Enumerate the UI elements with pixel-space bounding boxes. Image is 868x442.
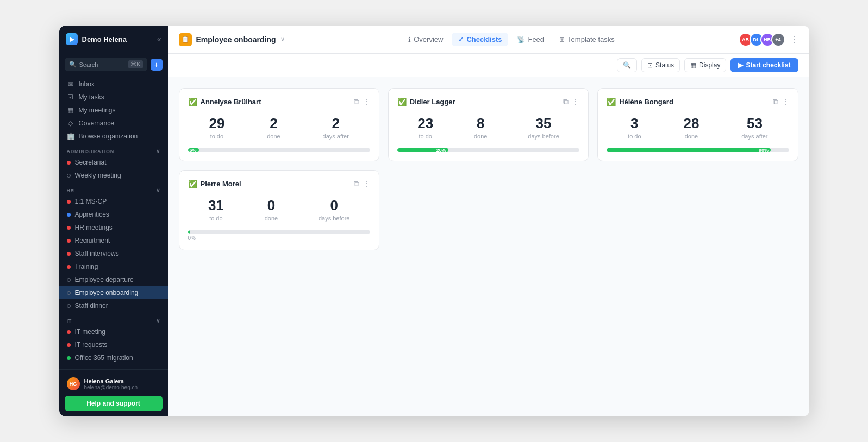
section-chevron[interactable]: ∨ — [156, 148, 160, 154]
copy-icon[interactable]: ⧉ — [773, 97, 778, 106]
more-icon[interactable]: ⋮ — [782, 97, 789, 106]
checklist-card-4: ✅ Pierre Morel ⧉ ⋮ 31 to do — [179, 170, 379, 250]
topbar-right: AB DL HB +4 ⋮ — [739, 33, 798, 47]
stat-days: 2 days after — [323, 115, 349, 140]
card-stats-4: 31 to do 0 done 0 days before — [188, 197, 370, 222]
sidebar-item-browse[interactable]: 🏢 Browse organization — [59, 130, 168, 143]
start-checklist-button[interactable]: ▶ Start checklist — [730, 58, 798, 72]
sidebar-item-1on1[interactable]: 1:1 MS-CP — [59, 195, 168, 208]
add-button[interactable]: + — [151, 59, 163, 71]
sidebar-item-recruitment[interactable]: Recruitment — [59, 234, 168, 247]
sidebar-item-itrequests[interactable]: IT requests — [59, 338, 168, 351]
tab-checklists[interactable]: ✓ Checklists — [452, 33, 508, 46]
more-options-icon[interactable]: ⋮ — [790, 34, 798, 45]
sidebar-item-label: IT meeting — [75, 328, 105, 336]
done-number: 2 — [267, 115, 280, 132]
more-icon[interactable]: ⋮ — [363, 97, 370, 106]
progress-fill-1: 6% — [188, 148, 199, 152]
sidebar-item-apprentices[interactable]: Apprentices — [59, 208, 168, 221]
check-icon: ✅ — [607, 98, 616, 106]
card-stats-1: 29 to do 2 done 2 days after — [188, 115, 370, 140]
stat-days: 0 days before — [319, 197, 349, 222]
search-placeholder: Search — [79, 61, 98, 68]
stat-done: 28 done — [683, 115, 699, 140]
display-button[interactable]: ▦ Display — [684, 58, 726, 72]
section-label: IT — [67, 318, 72, 324]
sidebar-item-governance[interactable]: ◇ Governance — [59, 117, 168, 130]
tab-label: Overview — [414, 35, 443, 43]
sidebar-item-hrmeetings[interactable]: HR meetings — [59, 221, 168, 234]
dropdown-arrow-icon[interactable]: ∨ — [280, 36, 285, 43]
copy-icon[interactable]: ⧉ — [354, 179, 359, 188]
sidebar-item-staffinterviews[interactable]: Staff interviews — [59, 247, 168, 260]
sidebar-item-weeklymeeting[interactable]: Weekly meeting — [59, 169, 168, 182]
status-label: Status — [655, 61, 674, 69]
dot-blue — [67, 213, 71, 217]
todo-number: 3 — [628, 115, 641, 132]
start-label: Start checklist — [746, 61, 790, 69]
more-icon[interactable]: ⋮ — [363, 179, 370, 188]
done-number: 28 — [683, 115, 699, 132]
section-chevron[interactable]: ∨ — [156, 318, 160, 324]
card-title-row: ✅ Pierre Morel — [188, 180, 241, 188]
tab-overview[interactable]: ℹ Overview — [402, 33, 449, 46]
sidebar-item-employeeonboarding[interactable]: Employee onboarding — [59, 286, 168, 299]
days-number: 35 — [528, 115, 559, 132]
tab-template-tasks[interactable]: ⊞ Template tasks — [553, 33, 621, 46]
main-content: 📋 Employee onboarding ∨ ℹ Overview ✓ Che… — [168, 26, 809, 416]
sidebar-item-inbox[interactable]: ✉ Inbox — [59, 78, 168, 91]
sidebar-item-training[interactable]: Training — [59, 260, 168, 273]
card-header-4: ✅ Pierre Morel ⧉ ⋮ — [188, 179, 370, 188]
sidebar-item-label: IT requests — [75, 341, 108, 349]
done-label: done — [267, 133, 280, 140]
section-label: HR — [67, 188, 74, 193]
progress-bar-4 — [188, 230, 370, 234]
logo-icon: ▶ — [66, 33, 78, 45]
dot-red — [67, 330, 71, 334]
user-row: HG Helena Galera helena@demo-heg.ch — [65, 375, 163, 393]
sidebar-item-itmeeting[interactable]: IT meeting — [59, 325, 168, 338]
sidebar-item-label: Employee departure — [75, 276, 134, 283]
sidebar-item-mytasks[interactable]: ☑ My tasks — [59, 91, 168, 104]
status-icon: ⊡ — [647, 61, 653, 69]
sidebar-item-employeedeparture[interactable]: Employee departure — [59, 273, 168, 286]
copy-icon[interactable]: ⧉ — [563, 97, 569, 106]
section-chevron[interactable]: ∨ — [156, 187, 160, 193]
copy-icon[interactable]: ⧉ — [354, 97, 359, 106]
sidebar-item-label: Browse organization — [79, 132, 138, 140]
collapse-icon[interactable]: « — [157, 35, 161, 43]
sidebar-item-label: My meetings — [79, 106, 116, 114]
sidebar-search-row: 🔍 Search ⌘K + — [59, 53, 168, 75]
sidebar-item-mymeetings[interactable]: ▦ My meetings — [59, 104, 168, 117]
days-number: 2 — [323, 115, 349, 132]
days-number: 53 — [741, 115, 767, 132]
tab-label: Checklists — [466, 35, 502, 43]
status-button[interactable]: ⊡ Status — [641, 58, 680, 72]
search-button[interactable]: 🔍 — [617, 58, 637, 72]
progress-label-2: 28% — [436, 148, 446, 152]
stat-todo: 23 to do — [417, 115, 433, 140]
days-label: days after — [741, 133, 767, 140]
sidebar-item-label: My tasks — [79, 93, 104, 101]
progress-zero-label: 0% — [188, 235, 370, 241]
sidebar-item-office365[interactable]: Office 365 migration — [59, 351, 168, 364]
card-actions: ⧉ ⋮ — [354, 179, 370, 188]
sidebar-item-label: Secretariat — [75, 159, 107, 166]
tasks-icon: ☑ — [67, 93, 74, 101]
card-header-1: ✅ Annelyse Brülhart ⧉ ⋮ — [188, 97, 370, 106]
dot-green — [67, 356, 71, 360]
more-icon[interactable]: ⋮ — [572, 97, 579, 106]
progress-fill-2: 28% — [397, 148, 448, 152]
card-actions: ⧉ ⋮ — [563, 97, 579, 106]
dot-red — [67, 265, 71, 269]
help-support-button[interactable]: Help and support — [65, 396, 163, 411]
tab-feed[interactable]: 📡 Feed — [510, 33, 551, 46]
sidebar-logo: ▶ Demo Helena — [66, 33, 127, 45]
stat-days: 53 days after — [741, 115, 767, 140]
check-icon: ✅ — [188, 98, 197, 106]
sidebar-item-secretariat[interactable]: Secretariat — [59, 156, 168, 169]
sidebar-header: ▶ Demo Helena « — [59, 26, 168, 53]
sidebar-item-staffdinner[interactable]: Staff dinner — [59, 299, 168, 312]
todo-label: to do — [628, 133, 641, 140]
search-box[interactable]: 🔍 Search ⌘K — [65, 58, 147, 71]
